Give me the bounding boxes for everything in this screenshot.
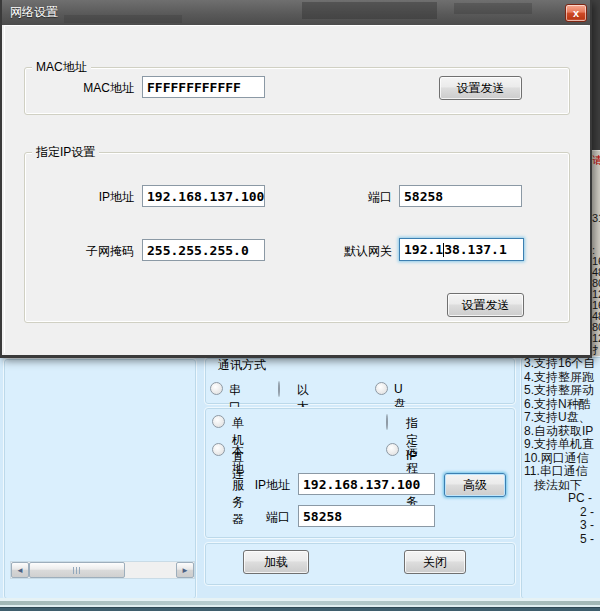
info-line: 9.支持单机直 (524, 438, 600, 452)
edge-text-fragment: 扌 (592, 345, 600, 356)
edge-text-fragment: 31 (592, 213, 600, 224)
titlebar-glass-artifact (302, 2, 437, 19)
dialog-title: 网络设置 (2, 4, 58, 21)
port-label: 端口 (332, 188, 392, 206)
titlebar-glass-artifact (64, 15, 182, 23)
bg-ip-field[interactable]: 192.168.137.100 (298, 473, 435, 495)
info-line: 6.支持N种酷 (524, 398, 600, 412)
load-button[interactable]: 加载 (243, 550, 309, 574)
scrollbar-grip-icon (73, 567, 82, 574)
info-line: 3.支持16个自 (524, 357, 600, 371)
bg-port-field[interactable]: 58258 (298, 505, 435, 527)
info-list: 3.支持16个自 4.支持整屏跑 5.支持整屏动 6.支持N种酷 7.支持U盘、… (524, 357, 600, 595)
close-x-icon: x (573, 7, 579, 19)
port-field[interactable]: 58258 (399, 185, 522, 207)
radio-ethernet[interactable]: 以太网 (278, 381, 280, 395)
screen: { "colors": { "accent_blue": "#3c7fb1", … (0, 0, 600, 611)
dialog-titlebar[interactable]: 网络设置 (2, 0, 590, 25)
mac-field[interactable]: FFFFFFFFFFFF (142, 76, 265, 98)
horizontal-scrollbar[interactable]: ◄ ► (10, 561, 195, 579)
info-line: PC - (524, 492, 600, 506)
background-edge-dark (592, 0, 600, 150)
info-line: 8.自动获取IP (524, 425, 600, 439)
subnet-mask-field[interactable]: 255.255.255.0 (142, 239, 265, 261)
titlebar-glass-artifact (454, 3, 532, 14)
window-bottom-border (0, 607, 600, 611)
background-window: ◄ ► 通讯方式 串口 以太网 U盘 单机直连 指定IP 本地服务器 远程服务器… (0, 355, 600, 611)
ip-field[interactable]: 192.168.137.100 (142, 185, 265, 207)
mac-send-button[interactable]: 设置发送 (439, 76, 522, 100)
info-line: 2 - (524, 506, 600, 520)
gateway-value-after-caret: 38.137.1 (444, 242, 507, 257)
ip-send-button[interactable]: 设置发送 (447, 293, 524, 317)
info-line: 接法如下 (524, 479, 600, 493)
comm-method-legend: 通讯方式 (218, 357, 266, 374)
gateway-value-before-caret: 192.1 (404, 242, 443, 257)
close-window-button[interactable]: 关闭 (404, 550, 466, 574)
radio-circle-icon[interactable] (386, 443, 399, 456)
edge-text-fragment: 12 (592, 333, 600, 344)
info-line: 5.支持整屏动 (524, 384, 600, 398)
network-settings-dialog: 网络设置 x MAC地址 MAC地址 FFFFFFFFFFFF 设置发送 指定I… (0, 0, 592, 358)
info-line: 7.支持U盘、 (524, 411, 600, 425)
radio-circle-icon[interactable] (386, 414, 388, 430)
edge-text-fragment: 请 (592, 155, 600, 166)
mac-group-legend: MAC地址 (32, 60, 91, 74)
radio-circle-icon[interactable] (212, 443, 225, 456)
ip-group-legend: 指定IP设置 (32, 145, 99, 159)
info-line: 11.串口通信 (524, 465, 600, 479)
info-line: 4.支持整屏跑 (524, 371, 600, 385)
gateway-field[interactable]: 192.1 38.137.1 (399, 238, 524, 261)
advanced-button[interactable]: 高级 (444, 473, 506, 497)
radio-circle-icon[interactable] (212, 415, 225, 428)
bg-port-label: 端口 (230, 508, 290, 526)
info-line: 5 - (524, 533, 600, 547)
scrollbar-thumb[interactable] (29, 562, 125, 578)
ip-label: IP地址 (47, 188, 134, 206)
subnet-mask-label: 子网掩码 (32, 242, 134, 260)
radio-specify-ip[interactable]: 指定IP (386, 414, 388, 428)
radio-circle-icon[interactable] (210, 382, 223, 395)
radio-circle-icon[interactable] (278, 381, 280, 397)
bg-ip-label: IP地址 (230, 476, 290, 494)
mac-label: MAC地址 (47, 79, 134, 97)
gateway-label: 默认网关 (312, 242, 392, 260)
radio-circle-icon[interactable] (375, 382, 388, 395)
scrollbar-left-arrow-icon[interactable]: ◄ (11, 562, 29, 578)
scrollbar-right-arrow-icon[interactable]: ► (176, 562, 194, 578)
info-line: 3 - (524, 519, 600, 533)
info-line: 10.网口通信 (524, 452, 600, 466)
dialog-close-button[interactable]: x (565, 4, 587, 22)
